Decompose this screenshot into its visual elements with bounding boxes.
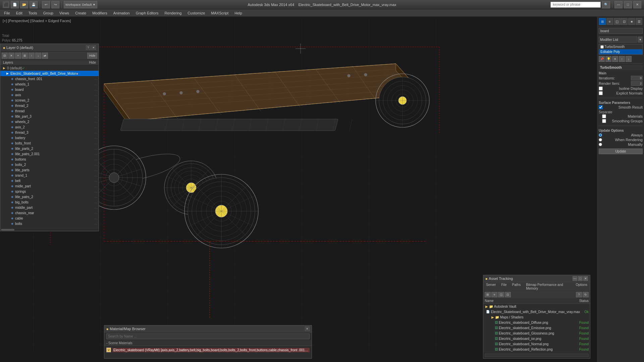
layer-item[interactable]: ◈big_bolts...: [0, 199, 99, 205]
smoothing-groups-checkbox[interactable]: [602, 119, 606, 123]
at-row[interactable]: ▶ 📁 Maps / Shaders: [483, 314, 590, 320]
layer-item[interactable]: ◈buttons...: [0, 157, 99, 162]
layer-add[interactable]: +: [15, 53, 21, 59]
viewport[interactable]: [+] [Perspective] [Shaded + Edged Faces]…: [0, 17, 644, 362]
close-btn[interactable]: ✕: [633, 1, 641, 8]
mod-nav-up[interactable]: ↑: [619, 56, 625, 62]
rp-icon-utilities[interactable]: ☰: [636, 18, 642, 25]
layer-item[interactable]: ◈middle_part...: [0, 205, 99, 210]
layer-item[interactable]: ▶ 0 (default) ✓: [0, 65, 99, 71]
menu-rendering[interactable]: Rendering: [162, 10, 184, 16]
app-icon[interactable]: ⬛: [3, 1, 9, 8]
layer-item[interactable]: ◈midle_part...: [0, 183, 99, 189]
at-tb-refresh[interactable]: ↻: [583, 292, 589, 297]
mod-nav-highlight[interactable]: 💡: [605, 56, 611, 62]
at-row[interactable]: 🖼 Elecrtric_skateboard_Glossiness.png Fo…: [483, 330, 590, 336]
menu-maxscript[interactable]: MAXScript: [208, 10, 231, 16]
isoline-checkbox[interactable]: [599, 86, 603, 90]
at-row[interactable]: 🖼 Elecrtric_skateboard_Emissive.png Foun…: [483, 325, 590, 330]
rp-icon-hierarchy[interactable]: ◫: [614, 18, 621, 25]
menu-modifiers[interactable]: Modifiers: [90, 10, 110, 16]
modifier-turbosmooth-checkbox[interactable]: [600, 45, 604, 49]
at-tb-3[interactable]: ◫: [498, 292, 504, 297]
modifier-editablepoly[interactable]: Editable Poly: [599, 49, 642, 54]
at-row[interactable]: 🖼 Elecrtric_skateboard_ior.png Found: [483, 336, 590, 341]
mb-search-input[interactable]: [106, 334, 310, 339]
menu-group[interactable]: Group: [40, 10, 56, 16]
mb-material-row[interactable]: V Elecrtric_skateboard (VRayMtl) [axis,a…: [106, 347, 310, 353]
at-row[interactable]: 🖼 Elecrtric_skateboard_Reflection.png Fo…: [483, 347, 590, 352]
menu-edit[interactable]: Edit: [13, 10, 25, 16]
render-iters-input[interactable]: [631, 81, 643, 86]
layer-panel-hscroll[interactable]: [0, 228, 99, 231]
menu-file[interactable]: File: [1, 10, 13, 16]
rp-icon-motion[interactable]: ⊡: [621, 18, 628, 25]
undo-btn[interactable]: ↩: [42, 1, 50, 8]
materials-checkbox[interactable]: [602, 114, 606, 118]
at-row[interactable]: ▶ 📁 Autodesk Vault: [483, 304, 590, 309]
update-button[interactable]: Update: [599, 148, 643, 154]
layer-tree[interactable]: ▶ 0 (default) ✓ ▶ Electric_Skateboard_wi…: [0, 65, 99, 228]
modifier-turbosmooth[interactable]: TurboSmooth: [599, 44, 642, 49]
turbosmooth-header[interactable]: TurboSmooth: [599, 65, 643, 70]
at-tree[interactable]: ▶ 📁 Autodesk Vault 📄 Electric_Skateboard…: [483, 304, 590, 352]
layer-item[interactable]: ◈cable...: [0, 216, 99, 221]
at-close[interactable]: ✕: [583, 276, 588, 281]
mod-nav-pin[interactable]: 📌: [599, 56, 605, 62]
mod-nav-down[interactable]: ↓: [626, 56, 632, 62]
layer-item[interactable]: ◈wheels_1...: [0, 81, 99, 87]
at-row[interactable]: 🖼 Elecrtric_skateboard_Diffuse.png Found: [483, 320, 590, 325]
open-btn[interactable]: 📂: [20, 1, 28, 8]
layer-item[interactable]: ◈thread_2...: [0, 103, 99, 108]
layer-item[interactable]: ◈bolts_front...: [0, 140, 99, 146]
at-row[interactable]: 🖼 Elecrtric_skateboard_Normal.png Found: [483, 341, 590, 347]
workspace-dropdown[interactable]: Workspace: Default ▼: [64, 1, 97, 8]
mod-nav-remove[interactable]: ✕: [612, 56, 618, 62]
at-menu-bitmap[interactable]: Bitmap Performance and Memory: [523, 282, 573, 291]
layer-item[interactable]: ◈screws_2...: [0, 98, 99, 103]
layer-hide-btn[interactable]: Hide: [87, 53, 97, 59]
layer-item[interactable]: ◈axis...: [0, 92, 99, 98]
layer-item[interactable]: ◈belt...: [0, 178, 99, 183]
rp-icon-modify[interactable]: ≡: [606, 18, 613, 25]
menu-views[interactable]: Views: [57, 10, 72, 16]
layer-item[interactable]: ◈springs...: [0, 189, 99, 194]
layer-item[interactable]: ◈litle_parts_2...: [0, 146, 99, 151]
layer-link[interactable]: ⇄: [42, 53, 48, 59]
layer-item[interactable]: ◈chassis_rear...: [0, 210, 99, 216]
always-radio[interactable]: [599, 133, 602, 137]
at-tb-1[interactable]: ⊞: [485, 292, 491, 297]
layer-item[interactable]: ◈bolts_2...: [0, 162, 99, 167]
iterations-input[interactable]: [631, 76, 643, 80]
layer-up[interactable]: ↑: [29, 53, 35, 59]
layer-item[interactable]: ◈litle_patrs_2.001...: [0, 151, 99, 157]
layer-toggle-all[interactable]: ⊟: [2, 53, 8, 59]
layer-item[interactable]: ◈thread...: [0, 108, 99, 114]
at-tb-2[interactable]: ≡: [491, 292, 497, 297]
maximize-btn[interactable]: □: [624, 1, 632, 8]
layer-item[interactable]: ◈battery...: [0, 135, 99, 140]
layer-panel-close[interactable]: ✕: [91, 45, 96, 50]
at-tb-help[interactable]: ?: [576, 292, 582, 297]
hscroll-thumb[interactable]: [1, 229, 14, 231]
new-btn[interactable]: 📄: [11, 1, 19, 8]
menu-customize[interactable]: Customize: [185, 10, 208, 16]
layer-delete[interactable]: ✕: [8, 53, 14, 59]
menu-help[interactable]: Help: [232, 10, 245, 16]
search-input[interactable]: [550, 2, 601, 8]
rp-search-input[interactable]: [599, 28, 643, 34]
minimize-btn[interactable]: —: [614, 1, 623, 8]
redo-btn[interactable]: ↪: [51, 1, 59, 8]
menu-animation[interactable]: Animation: [111, 10, 132, 16]
at-minimize[interactable]: —: [573, 276, 577, 281]
layer-item[interactable]: ◈bolts...: [0, 221, 99, 226]
smooth-result-checkbox[interactable]: [599, 105, 603, 109]
layer-panel-help[interactable]: ?: [86, 45, 91, 50]
layer-item[interactable]: ◈board...: [0, 87, 99, 92]
menu-tools[interactable]: Tools: [26, 10, 40, 16]
layer-item[interactable]: ◈axis_2...: [0, 124, 99, 130]
layer-item[interactable]: ◈litle_patrs_2...: [0, 194, 99, 199]
at-menu-server[interactable]: Server: [483, 282, 498, 291]
layer-item[interactable]: ◈srand_1...: [0, 173, 99, 178]
at-menu-paths[interactable]: Paths: [509, 282, 524, 291]
